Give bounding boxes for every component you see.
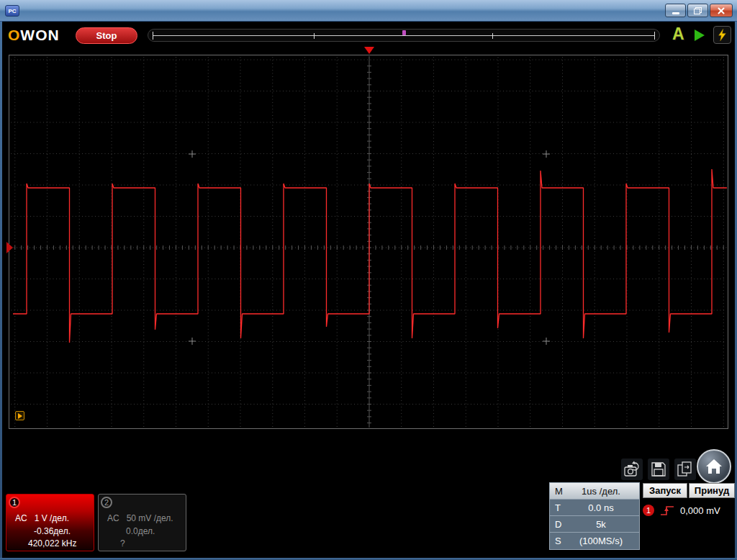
trigger-source-badge: 1 [643,505,654,516]
trigger-position-marker-icon[interactable] [364,47,374,54]
lightning-icon [716,28,728,42]
channel1-scale: 1 V /дел. [35,513,69,523]
channel1-frequency: 420,022 kHz [28,538,76,548]
horizontal-position-slider[interactable] [148,29,660,42]
stop-button[interactable]: Stop [76,27,137,44]
minimize-button[interactable] [665,4,686,17]
timebase-row[interactable]: M 1us /дел. [550,483,639,500]
app-icon[interactable]: PC [5,5,19,17]
channel2-badge: 2 [101,497,112,508]
close-icon [717,6,725,15]
ch1-position-marker-icon[interactable] [6,242,13,253]
channel1-coupling: AC [15,513,27,523]
owon-vds-window: PC OWON Stop A [0,0,737,560]
slider-tick-end [654,32,655,40]
record-length-value: 5k [567,519,639,530]
acquisition-panel: M 1us /дел. T 0.0 ns D 5k S (100MS/s) [549,482,640,550]
force-trigger-button[interactable] [713,26,731,44]
window-frame-left [0,22,2,560]
slider-tick-right [492,33,493,39]
sample-rate-row[interactable]: S (100MS/s) [550,533,639,549]
save-icon [649,460,668,479]
sample-rate-value: (100MS/s) [567,536,639,546]
window-controls [665,4,733,17]
slider-tick-start [153,32,153,40]
copy-icon [676,460,695,479]
channel1-badge: 1 [9,497,20,508]
trigger-level-value: 0,000 mV [680,505,720,516]
channel2-info-box[interactable]: 2 AC 50 mV /дел. 0.0дел. ? [98,494,186,551]
trigger-delay-label: T [550,502,567,513]
run-icon[interactable] [695,30,705,41]
app-icon-label: PC [8,8,16,14]
trigger-run-button[interactable]: Запуск [643,483,687,498]
slider-tick-left [314,33,315,39]
timebase-value: 1us /дел. [567,486,639,497]
channel2-offset: 0.0дел. [126,526,155,536]
trigger-force-button[interactable]: Принуд [689,483,735,498]
trigger-delay-row[interactable]: T 0.0 ns [550,500,639,516]
restore-icon [694,7,702,14]
owon-logo: OWON [8,27,60,44]
titlebar: PC [0,0,737,22]
channel2-coupling: AC [107,513,119,523]
copy-button[interactable] [674,459,696,480]
record-length-row[interactable]: D 5k [550,516,639,533]
screenshot-button[interactable] [621,459,643,480]
close-button[interactable] [710,4,733,17]
channel2-scale: 50 mV /дел. [127,513,173,523]
timebase-label: M [550,486,567,497]
sample-rate-label: S [550,536,567,546]
trigger-info[interactable]: 1 0,000 mV [643,502,735,518]
home-icon [704,456,724,477]
channel1-info-box[interactable]: 1 AC 1 V /дел. -0.36дел. 420,022 kHz [6,494,94,551]
camera-icon [623,460,641,479]
rising-edge-icon [659,505,675,517]
waveform-canvas [9,55,728,429]
marker-corner-icon[interactable] [15,411,24,420]
minimize-icon [672,12,679,14]
scope-display [9,55,728,429]
channel2-frequency: ? [120,538,125,548]
channel1-offset: -0.36дел. [34,526,71,536]
save-button[interactable] [648,459,669,480]
record-length-label: D [550,519,567,530]
trigger-delay-value: 0.0 ns [567,502,639,513]
slider-position-marker[interactable] [402,30,406,35]
autoset-button[interactable]: A [672,24,684,44]
restore-button[interactable] [687,4,708,17]
toolbar: OWON Stop A [2,22,735,49]
home-button[interactable] [697,449,731,484]
slider-line [153,35,655,36]
